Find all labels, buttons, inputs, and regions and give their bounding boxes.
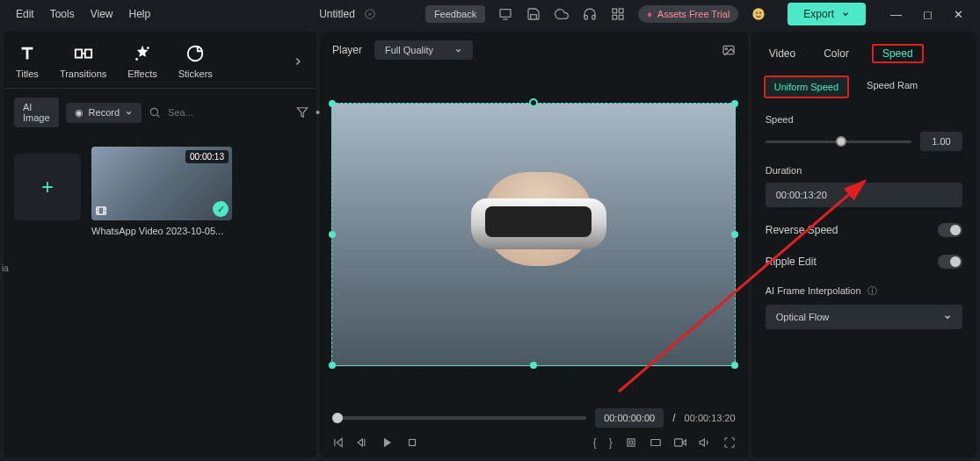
video-selection-frame[interactable] [331, 103, 736, 366]
snapshot-icon[interactable] [722, 43, 736, 57]
svg-point-8 [759, 12, 761, 14]
record-label: Record [89, 107, 120, 118]
clip-thumbnail[interactable]: 00:00:13 ✓ [91, 147, 232, 220]
tab-transitions[interactable]: Transitions [60, 44, 106, 79]
mark-out-icon[interactable]: } [609, 436, 613, 449]
tab-stickers[interactable]: Stickers [178, 44, 213, 79]
document-title-area: Untitled [319, 8, 376, 20]
resize-handle[interactable] [731, 231, 738, 238]
subtab-uniform-speed[interactable]: Uniform Speed [764, 76, 849, 98]
ai-image-button[interactable]: AI Image [14, 97, 59, 127]
timeline-playhead[interactable] [332, 413, 343, 423]
svg-rect-27 [674, 439, 682, 446]
screen-icon[interactable] [497, 6, 513, 22]
tab-color[interactable]: Color [818, 44, 854, 63]
record-button[interactable]: ◉ Record [66, 103, 142, 123]
svg-rect-5 [620, 15, 624, 19]
subtab-speed-ramp[interactable]: Speed Ram [858, 76, 926, 98]
ai-frame-value: Optical Flow [776, 312, 830, 322]
resize-handle[interactable] [731, 100, 738, 107]
headphones-icon[interactable] [582, 6, 598, 22]
speed-value[interactable]: 1.00 [920, 132, 962, 151]
timeline-track[interactable] [332, 416, 586, 420]
asset-category-tabs: Titles Transitions Effects Stickers [4, 32, 316, 88]
tab-speed[interactable]: Speed [872, 44, 924, 63]
svg-rect-25 [628, 439, 635, 446]
menu-tools[interactable]: Tools [50, 8, 75, 20]
play-icon[interactable] [381, 436, 394, 449]
preview-panel: Player Full Quality [320, 32, 748, 457]
svg-marker-23 [384, 438, 391, 448]
volume-icon[interactable] [699, 436, 711, 449]
ai-frame-property: AI Frame Interpolation ⓘ Optical Flow [751, 277, 976, 336]
svg-rect-4 [613, 15, 617, 19]
crop-icon[interactable] [625, 436, 637, 449]
grid-icon[interactable] [610, 6, 626, 22]
chevron-down-icon [454, 47, 462, 54]
resize-handle[interactable] [329, 231, 336, 238]
svg-point-6 [753, 8, 765, 19]
mark-in-icon[interactable]: { [593, 436, 597, 449]
document-title: Untitled [319, 8, 355, 20]
search-input[interactable] [168, 107, 289, 118]
feedback-button[interactable]: Feedback [425, 5, 485, 23]
minimize-button[interactable]: — [890, 8, 902, 21]
menu-help[interactable]: Help [129, 8, 151, 20]
duration-input[interactable] [766, 183, 962, 207]
properties-panel: Video Color Speed Uniform Speed Speed Ra… [751, 32, 976, 457]
svg-marker-21 [358, 439, 362, 446]
video-content-placeholder [413, 155, 655, 326]
export-button[interactable]: Export [788, 3, 866, 25]
filter-icon[interactable] [296, 106, 309, 119]
reverse-speed-toggle[interactable] [938, 223, 962, 237]
fullscreen-icon[interactable] [723, 436, 736, 449]
resize-handle[interactable] [530, 362, 537, 369]
side-category-label: ia [2, 263, 9, 273]
duration-property: Duration [751, 158, 976, 214]
speed-slider[interactable] [766, 140, 911, 143]
svg-rect-26 [650, 440, 660, 446]
ai-frame-select[interactable]: Optical Flow [766, 305, 962, 329]
quality-select[interactable]: Full Quality [374, 40, 473, 60]
svg-point-17 [725, 48, 727, 50]
transitions-icon [74, 44, 93, 63]
step-back-icon[interactable] [332, 436, 345, 449]
media-clip[interactable]: 00:00:13 ✓ WhatsApp Video 2023-10-05... [91, 147, 232, 447]
ripple-edit-toggle[interactable] [938, 255, 962, 269]
info-icon[interactable]: ⓘ [867, 285, 877, 296]
tab-titles-label: Titles [16, 68, 39, 79]
titles-icon [18, 44, 37, 63]
frame-back-icon[interactable] [357, 436, 369, 449]
save-icon[interactable] [526, 6, 541, 22]
cloud-icon[interactable] [554, 6, 570, 22]
filmstrip-icon [95, 205, 107, 217]
tab-effects[interactable]: Effects [127, 44, 156, 79]
add-media-button[interactable]: + [14, 154, 81, 220]
emoji-icon[interactable] [751, 6, 766, 22]
aspect-icon[interactable] [650, 436, 662, 449]
preview-canvas[interactable] [320, 68, 748, 400]
stickers-icon [185, 44, 205, 63]
menu-view[interactable]: View [91, 8, 113, 20]
tab-transitions-label: Transitions [60, 68, 106, 79]
resize-handle[interactable] [731, 362, 738, 369]
resize-handle[interactable] [329, 362, 336, 369]
menu-edit[interactable]: Edit [16, 8, 34, 20]
assets-trial-badge[interactable]: ♦ Assets Free Trial [638, 5, 738, 23]
slider-knob[interactable] [836, 136, 846, 147]
close-button[interactable]: ✕ [954, 8, 963, 21]
stop-icon[interactable] [406, 436, 418, 449]
resize-handle[interactable] [329, 100, 336, 107]
tab-titles[interactable]: Titles [16, 44, 39, 79]
reverse-speed-row: Reverse Speed [751, 214, 976, 246]
clip-filename: WhatsApp Video 2023-10-05... [91, 226, 232, 236]
tabs-scroll-right-icon[interactable] [292, 55, 304, 68]
rotate-handle[interactable] [529, 98, 538, 107]
camera-icon[interactable] [674, 436, 686, 449]
assets-trial-label: Assets Free Trial [657, 9, 730, 19]
current-time: 00:00:00:00 [595, 408, 664, 428]
tab-video[interactable]: Video [764, 44, 801, 63]
chevron-down-icon [841, 10, 850, 18]
svg-rect-1 [500, 10, 511, 18]
maximize-button[interactable]: ◻ [923, 8, 933, 21]
